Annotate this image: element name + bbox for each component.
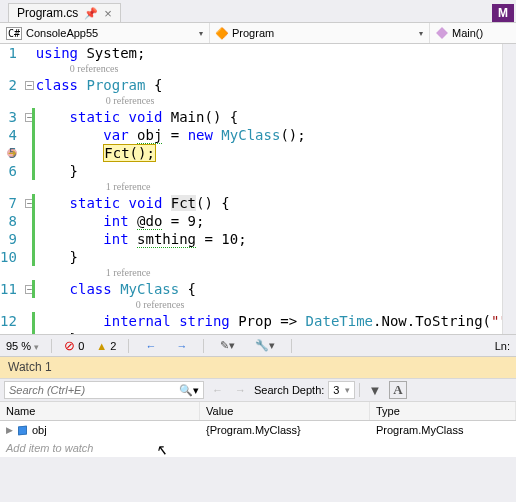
wrench-icon[interactable]: 🔧▾ [251, 338, 279, 353]
chevron-down-icon: ▾ [345, 385, 350, 395]
line-number-gutter: 1234567891011121314 [0, 44, 25, 334]
search-depth-dropdown[interactable]: 3 ▾ [328, 381, 355, 399]
pin-icon[interactable]: 📌 [84, 7, 98, 20]
text-style-icon[interactable]: A [389, 381, 406, 399]
filter-icon[interactable]: ▼ [364, 382, 385, 399]
watch-search-box[interactable]: 🔍▾ [4, 381, 204, 399]
chevron-down-icon: ▾ [199, 29, 203, 38]
marker-m: M [492, 4, 514, 22]
watch-panel-title[interactable]: Watch 1 [0, 356, 516, 378]
editor-status-bar: 95 % ▾ ⊘ 0 ▲ 2 ← → ✎▾ 🔧▾ Ln: [0, 334, 516, 356]
code-editor[interactable]: ➜ 1234567891011121314 −−−− using System;… [0, 44, 516, 334]
col-name[interactable]: Name [0, 402, 200, 420]
pen-icon[interactable]: ✎▾ [216, 338, 239, 353]
file-tab[interactable]: Program.cs 📌 × [8, 3, 121, 22]
cursor-icon: ↖ [155, 441, 168, 459]
zoom-dropdown[interactable]: 95 % ▾ [6, 340, 39, 352]
nav-back-button[interactable]: ← [141, 339, 160, 353]
tab-label: Program.cs [17, 6, 78, 20]
line-position: Ln: [495, 340, 510, 352]
code-body[interactable]: using System;0 referencesclass Program {… [34, 44, 516, 334]
add-watch-row[interactable]: Add item to watch ↖ [0, 439, 516, 457]
col-value[interactable]: Value [200, 402, 370, 420]
add-watch-placeholder: Add item to watch [6, 442, 93, 454]
method-icon [436, 27, 448, 39]
expand-icon[interactable]: ▶ [6, 425, 13, 435]
search-icon[interactable]: 🔍▾ [179, 384, 199, 397]
close-icon[interactable]: × [104, 7, 112, 20]
watch-name: obj [32, 424, 47, 436]
error-icon: ⊘ [64, 338, 75, 353]
project-name: ConsoleApp55 [26, 27, 98, 39]
nav-forward-button[interactable]: → [172, 339, 191, 353]
search-depth-label: Search Depth: [254, 384, 324, 396]
class-name: Program [232, 27, 274, 39]
method-name: Main() [452, 27, 483, 39]
forward-button[interactable]: → [231, 383, 250, 397]
project-dropdown[interactable]: C# ConsoleApp55 ▾ [0, 23, 210, 43]
vertical-scrollbar[interactable] [502, 44, 516, 334]
watch-value: {Program.MyClass} [200, 423, 370, 437]
object-icon [18, 425, 27, 435]
method-dropdown[interactable]: Main() [430, 23, 516, 43]
depth-value: 3 [333, 384, 339, 396]
class-icon: 🔶 [216, 27, 228, 39]
search-input[interactable] [9, 384, 179, 396]
chevron-down-icon: ▾ [419, 29, 423, 38]
chevron-down-icon: ▾ [34, 342, 39, 352]
watch-toolbar: 🔍▾ ← → Search Depth: 3 ▾ ▼ A [0, 378, 516, 402]
error-count[interactable]: ⊘ 0 [64, 338, 84, 353]
warning-icon: ▲ [96, 340, 107, 352]
back-button[interactable]: ← [208, 383, 227, 397]
watch-type: Program.MyClass [370, 423, 516, 437]
warning-count[interactable]: ▲ 2 [96, 340, 116, 352]
class-dropdown[interactable]: 🔶 Program ▾ [210, 23, 430, 43]
csharp-icon: C# [6, 27, 22, 40]
col-type[interactable]: Type [370, 402, 516, 420]
watch-row[interactable]: ▶ obj {Program.MyClass} Program.MyClass [0, 421, 516, 439]
watch-grid[interactable]: Name Value Type ▶ obj {Program.MyClass} … [0, 402, 516, 457]
